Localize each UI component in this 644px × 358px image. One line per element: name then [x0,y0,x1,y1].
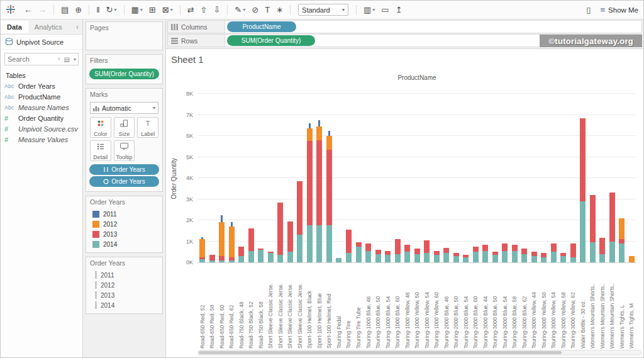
bar-segment-2014[interactable] [336,258,341,262]
bar-segment-2013[interactable] [619,239,625,243]
stacked-bar[interactable] [580,118,586,262]
horizontal-scrollbar-thumb[interactable] [199,351,562,354]
stacked-bar[interactable] [521,249,527,262]
stacked-bar[interactable] [590,195,596,262]
bar-segment-2012[interactable] [199,239,205,257]
bar-segment-2014[interactable] [580,201,586,262]
bar-segment-2014[interactable] [482,251,488,262]
bar-segment-2014[interactable] [551,252,557,262]
filter-pill[interactable]: SUM(Order Quantity) [89,69,159,79]
stacked-bar[interactable] [541,253,547,262]
bar-segment-2013[interactable] [395,239,401,254]
bar-segment-2013[interactable] [346,230,352,253]
tab-data[interactable]: Data [1,21,28,33]
bar-segment-2013[interactable] [365,243,371,251]
pause-auto-updates-icon[interactable]: ‖ [96,6,99,14]
stacked-bar[interactable] [414,249,420,262]
stacked-bar[interactable] [336,258,341,262]
sort-ascending-icon[interactable]: ⇧ [201,6,208,14]
bar-segment-2014[interactable] [385,255,391,262]
view-options-icon[interactable]: ▤ [62,56,72,63]
marks-button-tooltip[interactable]: Tooltip [114,140,135,161]
bar-segment-2013[interactable] [482,245,488,251]
bar-segment-2014[interactable] [326,225,332,262]
bar-segment-2014[interactable] [502,251,508,262]
stacked-bar[interactable] [365,243,371,262]
marks-pill-0[interactable]: Order Years [89,164,159,175]
marks-pill-1[interactable]: Order Years [89,176,159,187]
color-legend-item-2011[interactable]: 2011 [89,209,160,219]
stacked-bar[interactable] [453,253,459,262]
stacked-bar[interactable] [424,240,430,262]
bar-segment-2011[interactable] [318,120,320,126]
bar-segment-2013[interactable] [356,242,362,247]
bar-segment-2013[interactable] [404,245,410,252]
bar-segment-2013[interactable] [512,245,518,251]
stacked-bar[interactable] [463,255,469,262]
bar-segment-2014[interactable] [590,242,596,262]
stacked-bar[interactable] [531,252,537,262]
bar-segment-2013[interactable] [375,250,381,254]
bar-segment-2012[interactable] [229,227,235,257]
bar-segment-2014[interactable] [424,253,430,262]
bar-segment-2014[interactable] [277,255,283,262]
field-row-measure-names[interactable]: AbcMeasure Names [1,102,82,113]
clear-sheet-icon[interactable]: ⊠▾ [162,6,173,14]
stacked-bar[interactable] [385,251,391,262]
bar-segment-2014[interactable] [619,243,625,262]
stacked-bar[interactable] [629,256,635,262]
field-row-order-quantity[interactable]: #Order Quantity [1,113,82,123]
stacked-bar[interactable] [229,222,235,262]
bar-segment-2014[interactable] [434,255,440,262]
bar-segment-2013[interactable] [277,203,283,255]
bar-segment-2014[interactable] [287,252,293,262]
bar-segment-2013[interactable] [443,248,449,253]
columns-pill[interactable]: ProductName [227,21,296,32]
horizontal-scrollbar[interactable] [197,350,641,355]
bar-segment-2012[interactable] [307,128,313,141]
bar-segment-2013[interactable] [590,195,596,242]
bar-segment-2013[interactable] [219,256,225,260]
bar-segment-2013[interactable] [521,249,527,254]
undo-icon[interactable]: ← [24,6,32,14]
bar-segment-2013[interactable] [424,240,430,253]
stacked-bar[interactable] [502,243,508,262]
field-row-order-years[interactable]: AbcOrder Years [1,81,82,91]
view-fit-select[interactable]: Standard▾ [298,4,348,16]
stacked-bar[interactable] [287,221,293,262]
fit-axes-icon[interactable]: ∗ [276,6,283,14]
save-icon[interactable]: ▤ [61,6,69,14]
marks-button-size[interactable]: Size [114,117,135,138]
new-data-source-icon[interactable]: ⊕ [75,6,82,14]
bar-segment-2014[interactable] [521,254,527,262]
bar-segment-2013[interactable] [551,243,557,252]
stacked-bar[interactable] [297,181,303,262]
stacked-bar[interactable] [492,252,498,262]
stacked-bar[interactable] [560,253,566,262]
stacked-bar[interactable] [199,237,205,262]
stacked-bar[interactable] [619,218,625,262]
search-input[interactable] [5,55,56,63]
stacked-bar[interactable] [482,245,488,262]
stacked-bar[interactable] [277,203,283,262]
bar-segment-2014[interactable] [248,251,254,262]
bar-segment-2013[interactable] [541,253,547,257]
bar-segment-2014[interactable] [404,252,410,262]
redo-icon[interactable]: → [38,6,47,14]
stacked-bar[interactable] [219,215,225,262]
rows-pill[interactable]: SUM(Order Quantity) [227,35,315,46]
bar-segment-2012[interactable] [219,222,225,256]
mark-type-select[interactable]: Automatic ▾ [90,102,158,114]
bar-segment-2013[interactable] [209,255,215,260]
stacked-bar[interactable] [434,251,440,262]
bar-segment-2014[interactable] [297,235,303,262]
bar-segment-2014[interactable] [365,251,371,262]
bar-segment-2011[interactable] [221,215,223,223]
highlight-legend-item-2012[interactable]: 2012 [89,280,160,290]
bar-segment-2013[interactable] [531,252,537,256]
bar-segment-2014[interactable] [199,259,205,262]
bar-segment-2011[interactable] [309,123,311,128]
stacked-bar[interactable] [268,252,274,262]
stacked-bar[interactable] [238,247,244,262]
stacked-bar[interactable] [316,120,322,262]
